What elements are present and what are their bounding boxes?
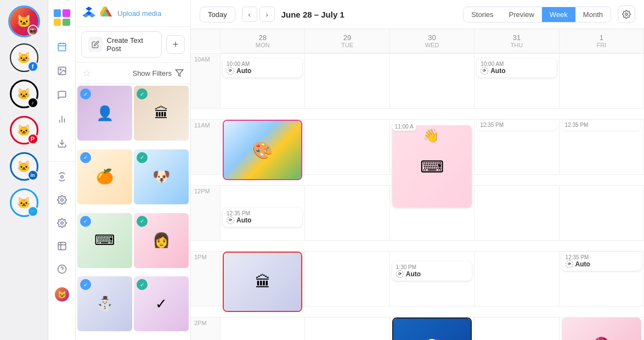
tab-preview[interactable]: Preview bbox=[501, 7, 542, 22]
googledrive-icon[interactable] bbox=[100, 5, 113, 21]
calendar-settings-button[interactable] bbox=[618, 5, 635, 23]
event-card-thu-10am[interactable]: 10:00 AM ⟳ Auto bbox=[477, 58, 556, 77]
day-cell-mon-2[interactable] bbox=[221, 317, 305, 340]
auto-icon: ⟳ bbox=[227, 216, 234, 224]
pinterest-badge: P bbox=[27, 133, 38, 144]
avatar-tiktok[interactable]: 🐱 ♪ bbox=[8, 78, 40, 110]
event-image-mon-gallery[interactable]: 🏛 bbox=[223, 252, 302, 312]
nav-calendar-icon[interactable] bbox=[52, 36, 72, 57]
day-cell-fri-12[interactable] bbox=[560, 186, 644, 241]
selected-badge: ✓ bbox=[137, 88, 148, 99]
upload-media-button[interactable]: Upload media bbox=[117, 9, 161, 18]
event-image-wed-balloon[interactable]: 🐶 bbox=[392, 317, 472, 340]
avatar-pinterest[interactable]: 🐱 P bbox=[8, 114, 40, 146]
day-cell-thu-1[interactable] bbox=[474, 252, 559, 306]
time-label-12pm: 12PM bbox=[191, 186, 221, 241]
avatar-facebook[interactable]: 🐱 f bbox=[8, 42, 40, 74]
media-thumb-8[interactable]: ✓ ✓ bbox=[134, 276, 189, 331]
media-thumb-5[interactable]: ⌨ ✓ bbox=[77, 213, 132, 268]
today-button[interactable]: Today bbox=[200, 7, 235, 23]
nav-analytics-icon[interactable] bbox=[52, 109, 72, 130]
day-cell-wed-12[interactable] bbox=[390, 186, 474, 241]
media-thumb-7[interactable]: ⛄ ✓ bbox=[77, 276, 132, 331]
svg-point-12 bbox=[60, 222, 63, 225]
nav-lab-icon[interactable] bbox=[52, 236, 72, 257]
svg-point-5 bbox=[60, 69, 61, 70]
nav-media-icon[interactable] bbox=[52, 60, 72, 81]
media-thumb-4[interactable]: 🐶 ✓ bbox=[134, 149, 189, 204]
media-thumb-6[interactable]: 👩 ✓ bbox=[134, 213, 189, 268]
day-cell-wed-10[interactable] bbox=[390, 54, 474, 109]
dropbox-icon[interactable] bbox=[82, 5, 95, 21]
date-range-label: June 28 – July 1 bbox=[281, 10, 456, 19]
day-cell-tue-10[interactable] bbox=[305, 54, 389, 109]
day-cell-thu-12[interactable] bbox=[474, 186, 559, 241]
media-thumb-1[interactable]: 👤 ✓ bbox=[77, 86, 132, 141]
event-image-mon-figures[interactable]: 🎨 bbox=[223, 120, 302, 180]
time-row-12pm: 12PM 12:35 PM ⟳ Auto bbox=[191, 186, 644, 252]
day-cell-wed-2[interactable]: 🐶 bbox=[390, 317, 474, 340]
day-cell-mon-11[interactable]: 🎨 bbox=[221, 120, 305, 175]
create-text-post-button[interactable]: Create Text Post bbox=[81, 31, 162, 58]
nav-download-icon[interactable] bbox=[52, 133, 72, 154]
tab-week[interactable]: Week bbox=[542, 7, 575, 22]
prev-arrow[interactable]: ‹ bbox=[242, 7, 257, 22]
media-panel: Upload media Create Text Post + ☆ Show F… bbox=[76, 0, 191, 340]
day-cell-thu-10[interactable]: 10:00 AM ⟳ Auto bbox=[474, 54, 559, 109]
time-label-10am: 10AM bbox=[191, 54, 221, 109]
selected-badge: ✓ bbox=[137, 216, 148, 227]
instagram-badge: 📸 bbox=[27, 25, 38, 36]
time-row-10am: 10AM 10:00 AM ⟳ Auto 10:00 bbox=[191, 54, 644, 120]
avatar-instagram[interactable]: 🐱 📸 bbox=[8, 5, 40, 37]
filter-row: ☆ Show Filters bbox=[76, 63, 190, 84]
day-cell-tue-11[interactable] bbox=[305, 120, 389, 175]
day-header-4: 1 FRI bbox=[560, 29, 644, 53]
event-card-thu-12pm[interactable]: 12:35 PM bbox=[477, 120, 556, 130]
day-cell-fri-1[interactable]: 12:35 PM ⟳ Auto bbox=[560, 252, 644, 306]
event-card-fri-12pm[interactable]: 12:35 PM bbox=[562, 120, 641, 130]
tab-month[interactable]: Month bbox=[575, 7, 611, 22]
star-filter-icon[interactable]: ☆ bbox=[82, 67, 91, 79]
event-card-wed-130[interactable]: 1:30 PM ⟳ Auto bbox=[392, 261, 472, 281]
media-thumb-3[interactable]: 🍊 ✓ bbox=[77, 149, 132, 204]
event-image-fri-knitting[interactable]: 🧶 bbox=[562, 317, 641, 340]
day-cell-tue-1[interactable] bbox=[305, 252, 389, 306]
day-cell-mon-10[interactable]: 10:00 AM ⟳ Auto bbox=[221, 54, 305, 109]
time-row-2pm: 2PM 🐶 🧶 bbox=[191, 317, 644, 340]
event-card-fri-1235[interactable]: 12:35 PM ⟳ Auto bbox=[562, 252, 641, 271]
event-card-mon-1235[interactable]: 12:35 PM ⟳ Auto bbox=[223, 208, 302, 227]
day-cell-mon-1[interactable]: 🏛 bbox=[221, 252, 305, 306]
media-thumb-2[interactable]: 🏛 ✓ bbox=[134, 86, 189, 141]
day-cell-mon-12[interactable]: 12:35 PM ⟳ Auto bbox=[221, 186, 305, 241]
svg-rect-0 bbox=[58, 43, 66, 51]
nav-help-icon[interactable] bbox=[52, 259, 72, 280]
day-cell-thu-11[interactable]: 12:35 PM bbox=[474, 120, 559, 175]
day-cell-tue-12[interactable] bbox=[305, 186, 389, 241]
event-card-mon-10am[interactable]: 10:00 AM ⟳ Auto bbox=[223, 58, 302, 77]
calendar-area: Today ‹ › June 28 – July 1 Stories Previ… bbox=[191, 0, 644, 340]
day-cell-tue-2[interactable] bbox=[305, 317, 389, 340]
time-row-1pm: 1PM 🏛 1:30 PM ⟳ Auto bbox=[191, 252, 644, 317]
tab-stories[interactable]: Stories bbox=[464, 7, 501, 22]
nav-customize-icon[interactable] bbox=[52, 166, 72, 187]
nav-avatar-icon[interactable]: 🐱 bbox=[52, 284, 72, 305]
facebook-badge: f bbox=[27, 61, 38, 72]
next-arrow[interactable]: › bbox=[259, 7, 275, 22]
time-label-1pm: 1PM bbox=[191, 252, 221, 306]
auto-icon: ⟳ bbox=[396, 270, 404, 278]
add-media-button[interactable]: + bbox=[166, 35, 185, 54]
day-cell-wed-11[interactable]: ⌨ 👋 11:00 A bbox=[390, 120, 474, 175]
nav-arrows: ‹ › bbox=[242, 7, 275, 22]
nav-settings-icon[interactable] bbox=[52, 213, 72, 233]
day-cell-fri-2[interactable]: 🧶 bbox=[560, 317, 644, 340]
avatar-linkedin[interactable]: 🐱 in bbox=[8, 151, 40, 182]
day-cell-fri-10[interactable] bbox=[560, 54, 644, 109]
day-cell-thu-2[interactable] bbox=[474, 317, 559, 340]
nav-settings2-icon[interactable] bbox=[52, 189, 72, 210]
day-cell-fri-11[interactable]: 12:35 PM bbox=[560, 120, 644, 175]
show-filters-button[interactable]: Show Filters bbox=[132, 69, 184, 77]
avatar-twitter[interactable]: 🐱 🐦 bbox=[8, 187, 40, 219]
day-cell-wed-1[interactable]: 1:30 PM ⟳ Auto bbox=[390, 252, 474, 306]
nav-messages-icon[interactable] bbox=[52, 85, 72, 105]
app-logo[interactable] bbox=[52, 8, 72, 27]
